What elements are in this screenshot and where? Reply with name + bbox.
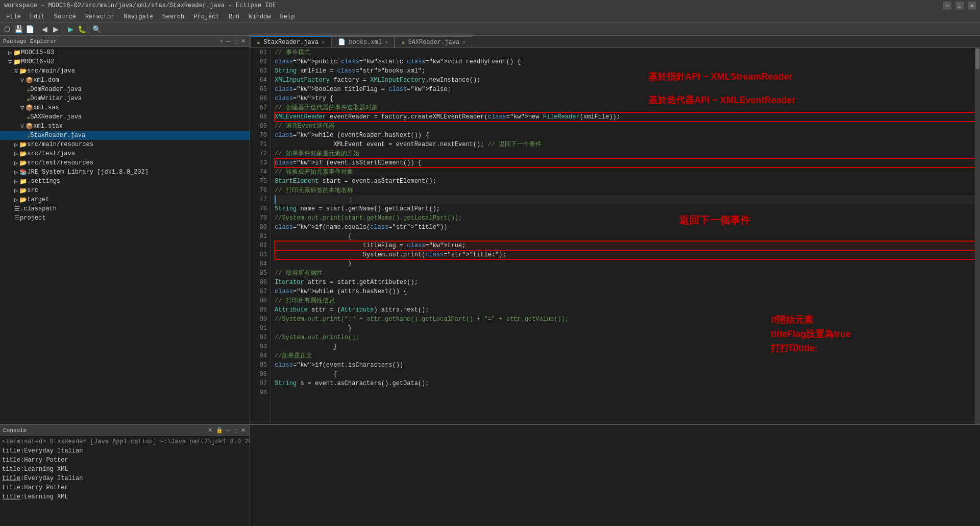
minimize-button[interactable]: ─ [943, 2, 951, 10]
console-title: Console [3, 427, 27, 434]
tree-item-label-srctop: src [27, 187, 38, 194]
tree-item-xmlstax[interactable]: ▽ 📦 xml.stax [0, 122, 250, 131]
tab-java-icon: ☕ [257, 38, 260, 46]
toolbar-btn-1[interactable]: ⬡ [2, 24, 12, 34]
menu-window[interactable]: Window [244, 12, 275, 21]
panel-maximize[interactable]: □ [233, 38, 238, 44]
maximize-button[interactable]: □ [955, 2, 964, 10]
line-numbers: 6162636465666768697071727374757677787980… [250, 48, 271, 424]
tab-saxreader[interactable]: ☕ SAXReader.java ✕ [395, 36, 472, 47]
console-line: title:Everyday Italian [2, 446, 248, 456]
tree-item-staxreader[interactable]: ☕ StaxReader.java [0, 131, 250, 140]
tab-close-stax[interactable]: ✕ [322, 39, 325, 45]
panel-collapse[interactable]: ▿ [219, 38, 224, 44]
tree-item-saxreader[interactable]: ☕ SAXReader.java [0, 112, 250, 122]
vertical-scrollbar[interactable] [975, 48, 980, 424]
code-line: System.out.print(class="str">"title:"); [275, 250, 976, 259]
menu-run[interactable]: Run [225, 12, 244, 21]
code-line: | [275, 195, 976, 204]
tree-item-label-srctestres: src/test/resources [27, 159, 93, 166]
code-line: XMLEvent event = eventReader.nextEvent()… [275, 140, 976, 149]
toolbar-search[interactable]: 🔍 [91, 24, 102, 34]
code-line: //System.out.print(":" + attr.getName().… [275, 315, 976, 324]
tree-java-icon-dw: ☕ [27, 95, 30, 103]
tab-close-sax[interactable]: ✕ [462, 39, 465, 45]
menu-help[interactable]: Help [276, 12, 299, 21]
toolbar-btn-3[interactable]: 📄 [24, 24, 35, 34]
console-maximize[interactable]: □ [233, 427, 238, 434]
code-line: // 如果事件对象是元素的开始 [275, 149, 976, 158]
main-layout: Package Explorer ▿ ─ □ ✕ ▷ 📁 MOOC15-03 ▽… [0, 36, 980, 526]
toolbar-run[interactable]: ▶ [65, 24, 76, 34]
tree-item-label-xmldom: xml.dom [33, 77, 59, 84]
tree-java-icon-sax: ☕ [27, 113, 30, 121]
menu-navigate[interactable]: Navigate [119, 12, 157, 21]
tree-item-settings[interactable]: ▷ 📁 .settings [0, 177, 250, 186]
tree-java-icon-stax: ☕ [27, 132, 30, 139]
code-line: } [275, 259, 976, 269]
tree-item-srcresources[interactable]: ▷ 📂 src/main/resources [0, 140, 250, 149]
tree-item-srctop[interactable]: ▷ 📂 src [0, 186, 250, 195]
code-line: { [275, 370, 976, 379]
tree-item-target[interactable]: ▷ 📂 target [0, 195, 250, 204]
tab-books[interactable]: 📄 books.xml ✕ [331, 36, 395, 47]
tree-expand-icon-target: ▷ [14, 196, 18, 204]
tree-item-jre[interactable]: ▷ 📚 JRE System Library [jdk1.8.0_202] [0, 168, 250, 177]
menu-search[interactable]: Search [158, 12, 188, 21]
right-bottom-content [250, 425, 980, 526]
toolbar-btn-5[interactable]: ▶ [51, 24, 61, 34]
tree-item-xmldom[interactable]: ▽ 📦 xml.dom [0, 76, 250, 85]
code-line: class="kw">if(name.equals(class="str">"t… [275, 223, 976, 232]
code-area[interactable]: // 事件模式 class="kw">public class="kw">sta… [271, 48, 980, 424]
toolbar: ⬡ 💾 📄 ◀ ▶ ▶ 🐛 🔍 [0, 22, 980, 36]
toolbar-btn-4[interactable]: ◀ [39, 24, 50, 34]
tab-label-sax: SAXReader.java [408, 39, 459, 46]
tree-folder-icon: 📁 [13, 49, 21, 57]
tree-item-domreader[interactable]: ☕ DomReader.java [0, 85, 250, 94]
code-line: StartElement start = event.asStartElemen… [275, 177, 976, 186]
menu-refactor[interactable]: Refactor [81, 12, 119, 21]
menu-source[interactable]: Source [50, 12, 80, 21]
tree-pkg-icon: 📦 [26, 77, 33, 84]
tree-folder-icon-src: 📂 [19, 67, 27, 75]
menu-edit[interactable]: Edit [26, 12, 49, 21]
console-clear[interactable]: ✕ [207, 427, 213, 434]
tree-item-label-settings: .settings [27, 178, 60, 185]
scrollbar-thumb[interactable] [975, 49, 979, 69]
panel-close[interactable]: ✕ [240, 38, 247, 44]
tree-item-label-domreader: DomReader.java [30, 86, 82, 93]
panel-minimize[interactable]: ─ [226, 38, 232, 44]
console-minimize[interactable]: ─ [226, 427, 232, 434]
code-line: class="kw">while (attrs.hasNext()) { [275, 287, 976, 296]
tab-staxreader[interactable]: ☕ StaxReader.java ✕ [250, 36, 331, 47]
tree-item-mooc15[interactable]: ▷ 📁 MOOC15-03 [0, 48, 250, 57]
tree-item-srctest[interactable]: ▷ 📂 src/test/java [0, 149, 250, 158]
tree-folder-icon-target: 📂 [19, 196, 27, 204]
tree-item-mooc16[interactable]: ▽ 📁 MOOC16-02 [0, 57, 250, 66]
close-button[interactable]: ✕ [968, 2, 976, 10]
console-close[interactable]: ✕ [240, 427, 247, 434]
menu-file[interactable]: File [2, 12, 25, 21]
console-scroll-lock[interactable]: 🔒 [215, 427, 224, 434]
tree-item-srctestres[interactable]: ▷ 📂 src/test/resources [0, 158, 250, 168]
title-text: workspace - MOOC16-02/src/main/java/xml/… [4, 2, 276, 9]
tree-item-label-jre: JRE System Library [jdk1.8.0_202] [27, 169, 149, 176]
tree-item-project[interactable]: ☰ project [0, 213, 250, 223]
tree-expand-icon-srctest: ▷ [14, 150, 18, 158]
tree-item-src[interactable]: ▽ 📂 src/main/java [0, 66, 250, 76]
tree-folder-icon-srcres: 📂 [19, 141, 27, 149]
console-line: title:Harry Potter [2, 483, 248, 492]
tree-item-label-xmlstax: xml.stax [33, 123, 63, 130]
tree-container: ▷ 📁 MOOC15-03 ▽ 📁 MOOC16-02 ▽ 📂 src/main… [0, 47, 250, 424]
tree-item-classpath[interactable]: ☰ .classpath [0, 204, 250, 213]
toolbar-btn-2[interactable]: 💾 [13, 24, 23, 34]
toolbar-debug[interactable]: 🐛 [77, 24, 87, 34]
tab-close-books[interactable]: ✕ [385, 39, 388, 45]
package-explorer-title: Package Explorer [3, 38, 57, 44]
tree-item-label: MOOC15-03 [21, 49, 54, 56]
menu-project[interactable]: Project [189, 12, 223, 21]
tree-item-domwriter[interactable]: ☕ DomWriter.java [0, 94, 250, 103]
tree-item-xmlsax[interactable]: ▽ 📦 xml.sax [0, 103, 250, 112]
tree-item-label-classpath: .classpath [20, 205, 57, 212]
code-editor[interactable]: 6162636465666768697071727374757677787980… [250, 48, 980, 424]
